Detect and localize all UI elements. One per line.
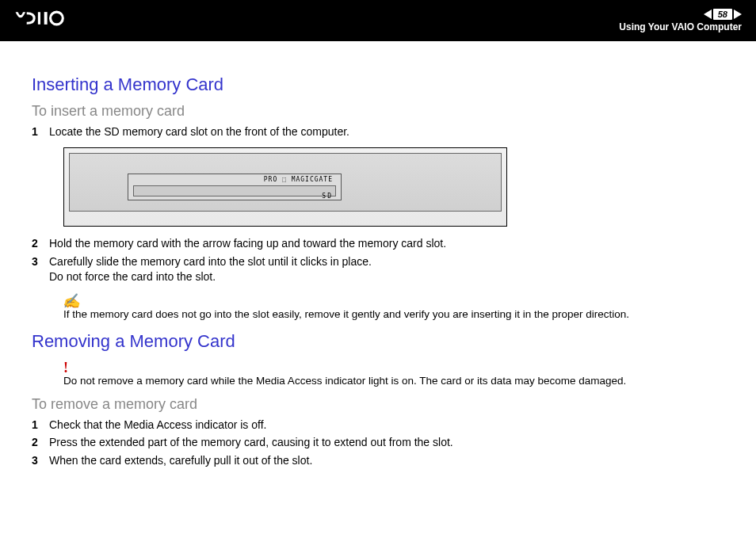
steps-insert-1: 1 Locate the SD memory card slot on the …	[32, 124, 724, 139]
next-page-icon[interactable]	[734, 10, 742, 19]
warning-icon: !	[63, 360, 724, 376]
step-number: 2	[32, 435, 49, 450]
svg-point-1	[51, 12, 63, 25]
list-item: 3 When the card extends, carefully pull …	[32, 453, 724, 468]
step-text: Locate the SD memory card slot on the fr…	[49, 124, 724, 139]
section-subtitle-remove: To remove a memory card	[32, 396, 724, 413]
page-header: 58 Using Your VAIO Computer	[0, 0, 756, 41]
step-number: 3	[32, 453, 49, 468]
list-item: 1 Locate the SD memory card slot on the …	[32, 124, 724, 139]
section-title-remove: Removing a Memory Card	[32, 331, 724, 352]
vaio-logo	[14, 10, 101, 32]
note-icon: ✍	[62, 292, 726, 310]
section-title-insert: Inserting a Memory Card	[32, 74, 724, 95]
step-text: Hold the memory card with the arrow faci…	[49, 236, 724, 251]
warning-block: ! Do not remove a memory card while the …	[63, 360, 724, 387]
laptop-front-illustration: PRO ⬚ MAGICGATE SD	[63, 147, 507, 227]
step-text: Check that the Media Access indicator is…	[49, 418, 724, 433]
step-text: Carefully slide the memory card into the…	[49, 254, 724, 284]
warning-text: Do not remove a memory card while the Me…	[63, 375, 626, 387]
steps-remove: 1 Check that the Media Access indicator …	[32, 418, 724, 469]
page-number: 58	[713, 9, 732, 20]
step-text: Press the extended part of the memory ca…	[49, 435, 724, 450]
prev-page-icon[interactable]	[704, 10, 712, 19]
note-block: ✍ If the memory card does not go into th…	[63, 292, 724, 320]
step-text: When the card extends, carefully pull it…	[49, 453, 724, 468]
step-number: 3	[32, 254, 49, 284]
list-item: 2 Press the extended part of the memory …	[32, 435, 724, 450]
section-subtitle-insert: To insert a memory card	[32, 103, 724, 120]
slot-opening	[133, 185, 336, 196]
step-number: 1	[32, 124, 49, 139]
section-label: Using Your VAIO Computer	[619, 21, 742, 32]
steps-insert-2: 2 Hold the memory card with the arrow fa…	[32, 236, 724, 284]
svg-rect-0	[44, 12, 48, 25]
step-number: 2	[32, 236, 49, 251]
page-navigator: 58	[704, 9, 742, 20]
slot-label-top: PRO ⬚ MAGICGATE	[264, 176, 333, 183]
step-number: 1	[32, 418, 49, 433]
header-right: 58 Using Your VAIO Computer	[619, 9, 742, 32]
card-slot-illustration: PRO ⬚ MAGICGATE SD	[128, 174, 342, 200]
list-item: 1 Check that the Media Access indicator …	[32, 418, 724, 433]
list-item: 2 Hold the memory card with the arrow fa…	[32, 236, 724, 251]
list-item: 3 Carefully slide the memory card into t…	[32, 254, 724, 284]
page-content: Inserting a Memory Card To insert a memo…	[0, 41, 756, 468]
slot-label-bottom: SD	[322, 193, 333, 200]
